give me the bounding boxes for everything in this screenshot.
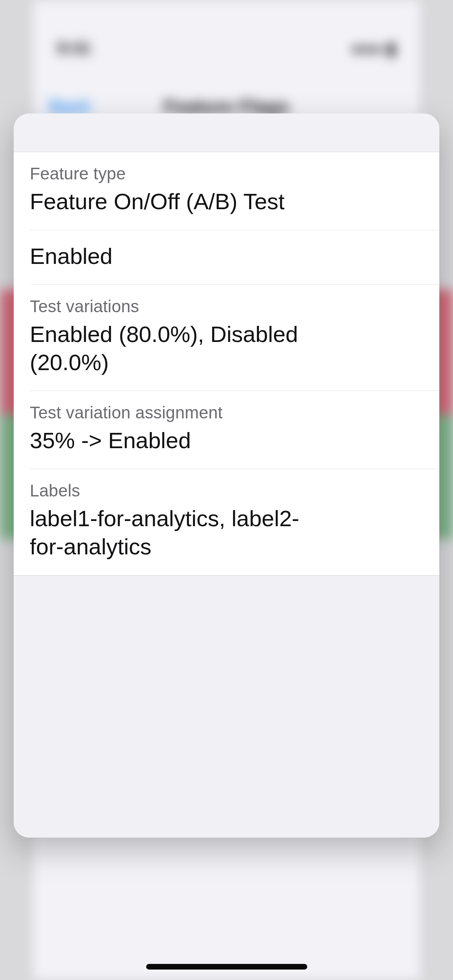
row-enabled[interactable]: Enabled: [14, 230, 439, 285]
row-label: Labels: [30, 481, 423, 500]
home-indicator[interactable]: [146, 964, 307, 970]
status-bar: 9:41 ●●● ▮: [33, 24, 420, 72]
sheet-grabber-area[interactable]: [14, 113, 439, 152]
row-value: Enabled (80.0%), Disabled (20.0%): [30, 320, 312, 377]
row-labels[interactable]: Labels label1-for-analytics, label2-for-…: [14, 469, 439, 575]
detail-sheet[interactable]: Feature type Feature On/Off (A/B) Test E…: [14, 113, 439, 838]
row-variation-assignment[interactable]: Test variation assignment 35% -> Enabled: [14, 391, 439, 469]
sheet-body: Feature type Feature On/Off (A/B) Test E…: [14, 152, 439, 838]
row-value: Feature On/Off (A/B) Test: [30, 187, 312, 216]
row-feature-type[interactable]: Feature type Feature On/Off (A/B) Test: [14, 152, 439, 230]
row-label: Feature type: [30, 164, 423, 183]
row-label: Test variation assignment: [30, 403, 423, 422]
row-label: Test variations: [30, 297, 423, 316]
detail-list: Feature type Feature On/Off (A/B) Test E…: [14, 152, 439, 576]
row-test-variations[interactable]: Test variations Enabled (80.0%), Disable…: [14, 285, 439, 391]
row-value: label1-for-analytics, label2-for-analyti…: [30, 504, 312, 561]
status-time: 9:41: [57, 39, 91, 58]
status-indicators: ●●● ▮: [351, 39, 396, 58]
row-value: Enabled: [30, 242, 312, 270]
row-value: 35% -> Enabled: [30, 426, 312, 455]
